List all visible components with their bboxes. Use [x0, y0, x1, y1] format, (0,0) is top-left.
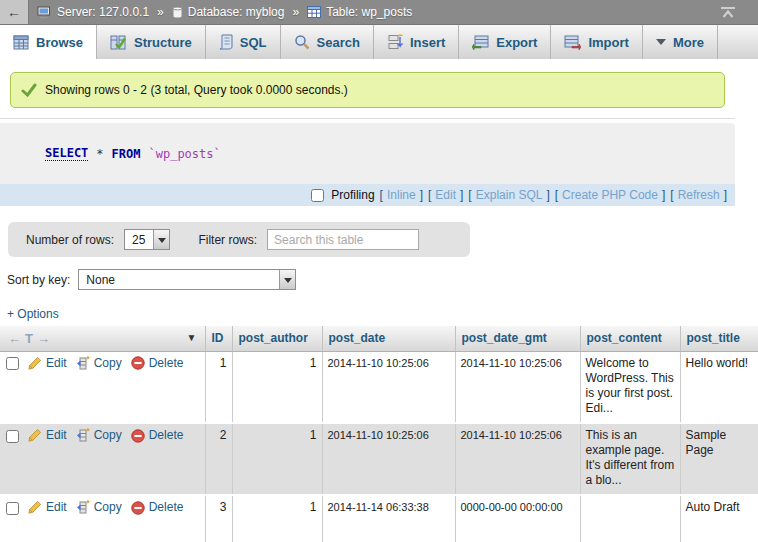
breadcrumb-database[interactable]: Database: myblog	[188, 5, 285, 19]
filter-rows-label: Filter rows:	[198, 233, 257, 247]
divider	[0, 118, 735, 119]
row-checkbox[interactable]	[6, 502, 19, 515]
explain-sql-link[interactable]: Explain SQL	[476, 188, 543, 202]
header-row: ←T→ ▼ ID post_author post_date post_date…	[0, 326, 758, 351]
tab-bar: Browse Structure SQL Search Insert Expor…	[0, 25, 758, 59]
cell-post-date: 2014-11-10 10:25:06	[322, 423, 455, 495]
inline-link[interactable]: Inline	[387, 188, 416, 202]
profiling-checkbox[interactable]	[311, 189, 324, 202]
column-header-post-author[interactable]: post_author	[232, 326, 322, 351]
breadcrumb-table[interactable]: Table: wp_posts	[326, 5, 412, 19]
select-dropdown-button[interactable]	[279, 270, 295, 289]
sql-star: *	[96, 147, 103, 161]
column-header-post-date[interactable]: post_date	[322, 326, 455, 351]
sql-keyword-select[interactable]: SELECT	[45, 146, 88, 161]
cell-post-content	[580, 495, 680, 542]
tab-label: SQL	[240, 35, 267, 50]
bracket: [	[555, 188, 558, 202]
column-header-post-content[interactable]: post_content	[580, 326, 680, 351]
import-icon	[564, 35, 581, 50]
breadcrumb-separator: »	[157, 5, 164, 19]
delete-icon	[131, 429, 145, 443]
row-actions: Edit Copy Delete	[5, 500, 200, 515]
copy-icon	[76, 500, 90, 515]
tab-label: More	[673, 35, 704, 50]
sort-caret-icon[interactable]: ▼	[187, 332, 197, 343]
copy-icon	[76, 356, 90, 371]
collapse-top-icon[interactable]	[720, 7, 736, 18]
back-arrow-button[interactable]: ←	[0, 0, 29, 24]
column-header-post-title[interactable]: post_title	[680, 326, 758, 351]
sql-icon	[219, 34, 233, 50]
sort-row: Sort by key: None	[7, 268, 758, 291]
delete-row-link[interactable]: Delete	[149, 356, 184, 371]
tab-label: Import	[588, 35, 628, 50]
bracket: [	[428, 188, 431, 202]
database-icon	[172, 6, 183, 19]
edit-query-link[interactable]: Edit	[435, 188, 456, 202]
number-of-rows-select[interactable]: 25	[124, 229, 170, 250]
query-toolbar: Profiling [ Inline ] [ Edit ] [ Explain …	[0, 184, 735, 206]
explain-sql-link-group: [ Explain SQL ]	[468, 188, 549, 202]
edit-row-link[interactable]: Edit	[46, 356, 67, 371]
column-toggle-icon[interactable]: ←T→	[6, 331, 52, 346]
column-header-post-date-gmt[interactable]: post_date_gmt	[455, 326, 580, 351]
edit-row-link[interactable]: Edit	[46, 428, 67, 443]
tab-browse[interactable]: Browse	[0, 25, 97, 59]
delete-icon	[131, 501, 145, 515]
copy-icon	[76, 428, 90, 443]
breadcrumb-server[interactable]: Server: 127.0.0.1	[57, 5, 149, 19]
tab-label: Search	[317, 35, 360, 50]
cell-post-date-gmt: 2014-11-10 10:25:06	[455, 423, 580, 495]
tab-search[interactable]: Search	[281, 25, 374, 59]
tab-import[interactable]: Import	[551, 25, 642, 59]
results-table: ←T→ ▼ ID post_author post_date post_date…	[0, 326, 758, 542]
bracket: ]	[724, 188, 727, 202]
cell-post-title: Auto Draft	[680, 495, 758, 542]
row-checkbox[interactable]	[6, 430, 19, 443]
pencil-icon	[27, 428, 42, 443]
number-of-rows-value: 25	[125, 230, 153, 249]
bracket: ]	[662, 188, 665, 202]
insert-icon	[387, 34, 403, 50]
status-message-text: Showing rows 0 - 2 (3 total, Query took …	[45, 83, 348, 97]
cell-post-date: 2014-11-10 10:25:06	[322, 351, 455, 423]
tab-export[interactable]: Export	[459, 25, 551, 59]
tab-label: Export	[496, 35, 537, 50]
server-icon	[37, 6, 52, 19]
sql-query-box: SELECT * FROM `wp_posts`	[0, 123, 735, 184]
tab-more[interactable]: More	[643, 25, 718, 59]
row-checkbox[interactable]	[6, 357, 19, 370]
table-row: Edit Copy Delete 1 1 2014-11-10 10:25:06…	[0, 351, 758, 423]
copy-row-link[interactable]: Copy	[94, 500, 122, 515]
delete-row-link[interactable]: Delete	[149, 428, 184, 443]
copy-row-link[interactable]: Copy	[94, 428, 122, 443]
refresh-link[interactable]: Refresh	[678, 188, 720, 202]
cell-post-content: Welcome to WordPress. This is your first…	[580, 351, 680, 423]
create-php-link-group: [ Create PHP Code ]	[555, 188, 666, 202]
options-toggle-link[interactable]: + Options	[7, 307, 758, 322]
column-header-id[interactable]: ID	[205, 326, 232, 351]
inline-link-group: [ Inline ]	[380, 188, 423, 202]
tab-label: Structure	[134, 35, 192, 50]
cell-post-author: 1	[232, 351, 322, 423]
cell-post-title: Sample Page	[680, 423, 758, 495]
breadcrumb-bar: ← Server: 127.0.0.1 » Database: myblog »…	[0, 0, 758, 25]
table-row: Edit Copy Delete 3 1 2014-11-14 06:33:38…	[0, 495, 758, 542]
delete-row-link[interactable]: Delete	[149, 500, 184, 515]
select-dropdown-button[interactable]	[153, 230, 169, 249]
tab-label: Browse	[36, 35, 83, 50]
copy-row-link[interactable]: Copy	[94, 356, 122, 371]
cell-post-date-gmt: 2014-11-10 10:25:06	[455, 351, 580, 423]
sort-by-key-select[interactable]: None	[78, 269, 296, 290]
create-php-code-link[interactable]: Create PHP Code	[562, 188, 658, 202]
tab-structure[interactable]: Structure	[97, 25, 206, 59]
arrow-right-icon: →	[37, 331, 50, 346]
sort-by-key-label: Sort by key:	[7, 273, 70, 287]
rows-control-bar: Number of rows: 25 Filter rows:	[8, 222, 470, 257]
filter-search-input[interactable]	[267, 229, 419, 250]
cell-id: 2	[205, 423, 232, 495]
edit-row-link[interactable]: Edit	[46, 500, 67, 515]
tab-insert[interactable]: Insert	[374, 25, 459, 59]
tab-sql[interactable]: SQL	[206, 25, 281, 59]
